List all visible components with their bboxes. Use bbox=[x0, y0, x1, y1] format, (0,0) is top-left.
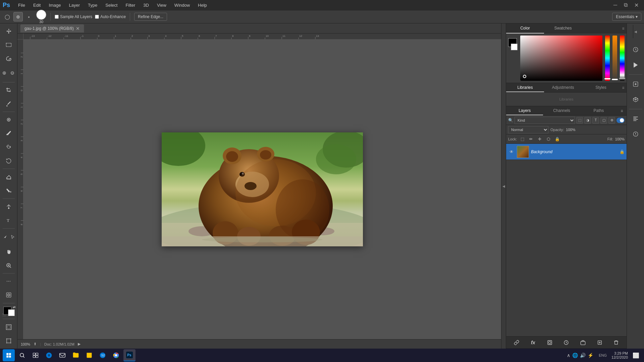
menu-edit[interactable]: Edit bbox=[30, 1, 44, 9]
taskbar-chrome[interactable] bbox=[110, 349, 122, 361]
new-group-btn[interactable] bbox=[579, 339, 587, 347]
taskbar-mail[interactable] bbox=[56, 349, 68, 361]
crop-tool[interactable] bbox=[1, 83, 16, 97]
clone-stamp-tool[interactable] bbox=[1, 141, 16, 154]
tab-libraries[interactable]: Libraries bbox=[506, 83, 544, 92]
lasso-tool[interactable] bbox=[1, 52, 16, 65]
actions-icon-btn[interactable] bbox=[628, 58, 643, 72]
menu-window[interactable]: Window bbox=[171, 1, 193, 9]
taskbar-clock[interactable]: 3:29 PM 12/2/2020 bbox=[611, 351, 628, 359]
tab-paths[interactable]: Paths bbox=[580, 106, 617, 115]
window-minimize-btn[interactable]: ─ bbox=[611, 2, 620, 8]
3d-icon-btn[interactable] bbox=[628, 92, 643, 107]
notification-icon[interactable]: ⬜ bbox=[633, 352, 639, 359]
quick-select-tool-left[interactable] bbox=[1, 66, 8, 81]
adjustment-layer-btn[interactable] bbox=[562, 339, 570, 347]
battery-icon[interactable]: ⚡ bbox=[588, 353, 593, 358]
menu-layer[interactable]: Layer bbox=[66, 1, 84, 9]
lock-pixels-icon[interactable]: ✏ bbox=[528, 136, 534, 142]
history-brush-tool[interactable] bbox=[1, 155, 16, 168]
swap-colors-icon[interactable]: ⇄ bbox=[13, 305, 15, 309]
lock-artboard-icon[interactable]: ⬡ bbox=[545, 136, 552, 142]
menu-3d[interactable]: 3D bbox=[140, 1, 152, 9]
taskbar-search[interactable] bbox=[16, 349, 28, 361]
quick-selection-tool[interactable]: ⊕ bbox=[13, 12, 23, 21]
taskbar-skype[interactable]: S2 bbox=[97, 349, 109, 361]
brush-tool[interactable] bbox=[1, 127, 16, 140]
move-tool[interactable] bbox=[1, 25, 16, 38]
color-spectrum-bar[interactable] bbox=[620, 36, 625, 81]
extras-tool[interactable]: ··· bbox=[1, 275, 16, 288]
document-tab[interactable]: gau-1.jpg @ 100% (RGB/8) ✕ bbox=[20, 24, 84, 33]
window-maximize-btn[interactable]: ⧉ bbox=[621, 2, 630, 8]
status-arrow[interactable]: ▶ bbox=[78, 342, 80, 346]
chevron-up-icon[interactable]: ∧ bbox=[567, 353, 570, 358]
right-collapse-arrow[interactable]: ◀ bbox=[501, 23, 506, 349]
new-layer-btn[interactable] bbox=[596, 339, 604, 347]
lock-all-icon[interactable]: 🔒 bbox=[554, 136, 560, 142]
fx-btn[interactable]: fx bbox=[529, 339, 537, 347]
canvas-workspace[interactable] bbox=[23, 40, 501, 339]
learn-icon-btn[interactable] bbox=[628, 127, 643, 141]
essentials-dropdown[interactable]: Essentials ▾ bbox=[612, 13, 641, 21]
taskbar-explorer[interactable] bbox=[70, 349, 82, 361]
pen-tool[interactable] bbox=[1, 200, 16, 213]
magic-wand-tool[interactable]: ⭒ bbox=[24, 12, 34, 21]
sample-all-layers-checkbox[interactable]: Sample All Layers bbox=[55, 14, 92, 19]
window-close-btn[interactable]: ✕ bbox=[632, 2, 641, 8]
quick-mask-tool[interactable] bbox=[1, 289, 16, 302]
add-mask-btn[interactable] bbox=[546, 339, 554, 347]
brush-size-control[interactable]: 30 bbox=[36, 10, 46, 24]
tab-channels[interactable]: Channels bbox=[543, 106, 580, 115]
menu-file[interactable]: File bbox=[15, 1, 29, 9]
language-indicator[interactable]: ENG bbox=[599, 353, 607, 357]
opacity-value[interactable]: 100% bbox=[566, 128, 579, 132]
libraries-panel-menu[interactable]: ≡ bbox=[620, 83, 627, 92]
tab-color[interactable]: Color bbox=[506, 23, 544, 34]
menu-view[interactable]: View bbox=[154, 1, 170, 9]
blend-mode-select[interactable]: Normal bbox=[508, 126, 548, 133]
auto-enhance-checkbox[interactable]: Auto-Enhance bbox=[95, 14, 126, 19]
eyedropper-tool[interactable] bbox=[1, 97, 16, 110]
frame-tool[interactable] bbox=[1, 320, 16, 334]
artboard-tool[interactable] bbox=[1, 334, 16, 347]
link-layers-btn[interactable] bbox=[513, 339, 521, 347]
tab-styles[interactable]: Styles bbox=[582, 83, 620, 92]
document-tab-close[interactable]: ✕ bbox=[76, 26, 80, 31]
channel-icon-btn[interactable] bbox=[628, 77, 643, 92]
color-hue-bar[interactable] bbox=[605, 36, 610, 81]
color-gradient-picker[interactable] bbox=[520, 36, 602, 81]
export-icon[interactable]: ⬆ bbox=[34, 342, 37, 346]
fill-value[interactable]: 100% bbox=[615, 137, 625, 141]
tab-layers[interactable]: Layers bbox=[506, 106, 543, 115]
refine-edge-button[interactable]: Refine Edge... bbox=[134, 13, 167, 21]
history-icon-btn[interactable] bbox=[628, 42, 643, 57]
menu-image[interactable]: Image bbox=[45, 1, 64, 9]
taskbar-task-view[interactable] bbox=[30, 349, 42, 361]
taskbar-edge[interactable] bbox=[43, 349, 55, 361]
quick-select-tool-right[interactable] bbox=[9, 66, 16, 81]
lock-position-icon[interactable]: ✛ bbox=[536, 136, 543, 142]
selection-circle-tool[interactable]: ◯ bbox=[3, 12, 12, 21]
menu-help[interactable]: Help bbox=[195, 1, 210, 9]
menu-type[interactable]: Type bbox=[85, 1, 101, 9]
direct-select-tool[interactable] bbox=[9, 230, 16, 244]
color-bg-swatch[interactable] bbox=[511, 44, 518, 50]
hue-slider-handle[interactable] bbox=[604, 78, 610, 79]
delete-layer-btn[interactable] bbox=[612, 339, 620, 347]
spectrum-handle[interactable] bbox=[619, 78, 625, 79]
filter-pixel-icon[interactable]: ⬚ bbox=[576, 117, 583, 124]
filter-shape-icon[interactable]: ▢ bbox=[600, 117, 607, 124]
paint-bucket-tool[interactable] bbox=[1, 184, 16, 197]
color-panel-menu[interactable]: ≡ bbox=[620, 23, 627, 34]
paragraph-icon-btn[interactable] bbox=[628, 111, 643, 126]
filter-adjustment-icon[interactable]: ◑ bbox=[584, 117, 591, 124]
menu-select[interactable]: Select bbox=[102, 1, 121, 9]
eraser-tool[interactable] bbox=[1, 170, 16, 183]
volume-icon[interactable]: 🔊 bbox=[580, 353, 586, 358]
hand-tool[interactable] bbox=[1, 245, 16, 258]
layers-filter-select[interactable]: Kind bbox=[515, 117, 575, 124]
healing-brush-tool[interactable] bbox=[1, 113, 16, 126]
tab-adjustments[interactable]: Adjustments bbox=[544, 83, 582, 92]
left-collapse-arrow[interactable]: ◀ bbox=[633, 25, 638, 38]
